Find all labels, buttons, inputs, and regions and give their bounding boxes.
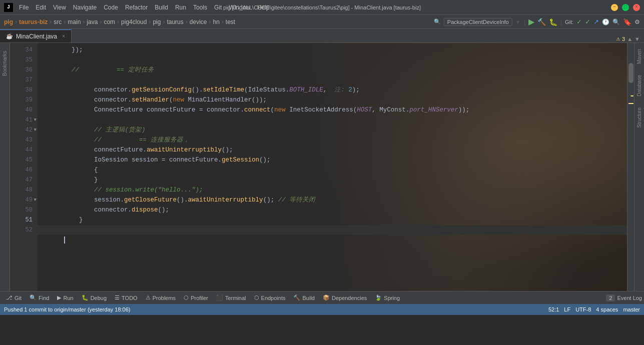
tab-todo[interactable]: ☰ TODO bbox=[111, 292, 142, 304]
code-line-51: } bbox=[38, 215, 627, 225]
event-log-label[interactable]: Event Log bbox=[617, 295, 642, 301]
debug-icon[interactable]: 🐛 bbox=[549, 18, 557, 26]
history-icon[interactable]: 🕐 bbox=[602, 18, 609, 26]
dropdown-arrow-icon[interactable]: ▼ bbox=[515, 19, 521, 25]
search-icon2[interactable]: 🔍 bbox=[612, 18, 620, 26]
tab-problems[interactable]: ⚠ Problems bbox=[142, 292, 180, 304]
file-encoding[interactable]: UTF-8 bbox=[575, 306, 591, 312]
todo-tab-label: TODO bbox=[122, 295, 138, 301]
breadcrumb-hn[interactable]: hn bbox=[213, 18, 219, 26]
database-panel-label[interactable]: Database bbox=[636, 71, 642, 100]
tab-git[interactable]: ⎇ Git bbox=[2, 292, 26, 304]
breadcrumb-main[interactable]: main bbox=[68, 18, 81, 26]
tab-endpoints[interactable]: ⬡ Endpoints bbox=[250, 292, 290, 304]
breadcrumb-device[interactable]: device bbox=[190, 18, 207, 26]
tab-debug[interactable]: 🐛 Debug bbox=[78, 292, 111, 304]
breadcrumb-java[interactable]: java bbox=[87, 18, 98, 26]
terminal-tab-icon: ⬛ bbox=[216, 294, 223, 301]
tab-close-icon[interactable]: × bbox=[62, 34, 65, 39]
scrollbar-area[interactable]: ▬ bbox=[627, 43, 634, 291]
divider1: | bbox=[524, 18, 525, 26]
line-37: 37 bbox=[10, 75, 33, 85]
debug-tab-label: Debug bbox=[91, 295, 107, 301]
maven-panel-label[interactable]: Maven bbox=[636, 45, 642, 68]
package-client-device-info-button[interactable]: PackageClientDeviceInfo bbox=[444, 18, 512, 26]
build-icon[interactable]: 🔨 bbox=[537, 18, 546, 26]
code-line-37: connector.getSessionConfig().setIdleTime… bbox=[38, 75, 627, 85]
line-43: 43 bbox=[10, 135, 33, 145]
git-check2-icon[interactable]: ✓ bbox=[585, 18, 590, 26]
problems-tab-icon: ⚠ bbox=[146, 294, 151, 301]
right-panel: Maven Database Structure bbox=[634, 43, 644, 291]
git-label: Git: bbox=[565, 19, 573, 25]
line-numbers: 34 35 36 37 38 39 40 41▼ 42▼ 43 44 45 46… bbox=[10, 43, 38, 291]
tab-find[interactable]: 🔍 Find bbox=[26, 292, 53, 304]
menu-code[interactable]: Code bbox=[101, 3, 121, 12]
tab-terminal[interactable]: ⬛ Terminal bbox=[212, 292, 250, 304]
structure-panel-label[interactable]: Structure bbox=[636, 104, 642, 132]
indent-setting[interactable]: 4 spaces bbox=[596, 306, 618, 312]
settings-icon[interactable]: ⚙ bbox=[634, 18, 640, 26]
code-line-39: ConnectFuture connectFuture = connector.… bbox=[38, 95, 627, 105]
tab-mina-client[interactable]: ☕ MinaClient.java × bbox=[0, 30, 72, 42]
line-ending[interactable]: LF bbox=[564, 306, 570, 312]
terminal-tab-label: Terminal bbox=[225, 295, 246, 301]
code-content[interactable]: }); // == 定时任务 connector.getSessionConfi… bbox=[38, 43, 627, 291]
menu-navigate[interactable]: Navigate bbox=[70, 3, 100, 12]
code-line-35 bbox=[38, 55, 627, 65]
close-button[interactable]: × bbox=[633, 4, 640, 11]
problems-tab-label: Problems bbox=[153, 295, 176, 301]
menu-edit[interactable]: Edit bbox=[33, 3, 49, 12]
menu-run[interactable]: Run bbox=[172, 3, 189, 12]
bookmarks-panel-label[interactable]: Bookmarks bbox=[2, 47, 8, 80]
tab-build[interactable]: 🔨 Build bbox=[289, 292, 318, 304]
git-check1-icon[interactable]: ✓ bbox=[576, 18, 582, 26]
tab-bar: ☕ MinaClient.java × ⚠ 3 ▲ ▼ bbox=[0, 29, 644, 43]
line-46: 46 bbox=[10, 165, 33, 175]
menu-build[interactable]: Build bbox=[152, 3, 171, 12]
endpoints-tab-icon: ⬡ bbox=[254, 294, 259, 301]
line-38: 38 bbox=[10, 85, 33, 95]
run-button[interactable]: ▶ bbox=[528, 17, 534, 26]
code-line-36: // == 定时任务 bbox=[38, 65, 627, 75]
tab-dependencies[interactable]: 📦 Dependencies bbox=[319, 292, 371, 304]
menu-refactor[interactable]: Refactor bbox=[122, 3, 151, 12]
spring-tab-label: Spring bbox=[384, 295, 400, 301]
menu-tools[interactable]: Tools bbox=[190, 3, 210, 12]
menu-view[interactable]: View bbox=[50, 3, 69, 12]
title-bar: J File Edit View Navigate Code Refactor … bbox=[0, 0, 644, 15]
line-51: 51 bbox=[10, 215, 33, 225]
tab-run[interactable]: ▶ Run bbox=[53, 292, 77, 304]
line-47: 47 bbox=[10, 175, 33, 185]
tab-profiler[interactable]: ⬡ Profiler bbox=[180, 292, 212, 304]
breadcrumb-taurus[interactable]: taurus bbox=[167, 18, 183, 26]
maximize-button[interactable]: □ bbox=[622, 4, 629, 11]
line-48: 48 bbox=[10, 185, 33, 195]
git-push-icon[interactable]: ↗ bbox=[593, 18, 599, 26]
java-file-icon: ☕ bbox=[6, 33, 13, 40]
scrollbar-thumb[interactable] bbox=[628, 63, 633, 83]
breadcrumb-pig[interactable]: pig bbox=[4, 18, 13, 26]
line-34: 34 bbox=[10, 45, 33, 55]
minimize-button[interactable]: − bbox=[611, 4, 618, 11]
git-branch[interactable]: master bbox=[623, 306, 640, 312]
warning-down-button[interactable]: ▼ bbox=[634, 36, 640, 42]
breadcrumb-pig2[interactable]: pig bbox=[153, 18, 161, 26]
breadcrumb-pig4cloud[interactable]: pig4cloud bbox=[121, 18, 147, 26]
warning-up-button[interactable]: ▲ bbox=[627, 36, 632, 42]
code-line-44: IoSession session = connectFuture.getSes… bbox=[38, 145, 627, 155]
warning-indicator: ▬ bbox=[631, 93, 633, 98]
breadcrumb-src[interactable]: src bbox=[54, 18, 62, 26]
code-line-50: } bbox=[38, 205, 627, 215]
code-line-42: // == 连接服务器， bbox=[38, 125, 627, 135]
breadcrumb-com[interactable]: com bbox=[104, 18, 115, 26]
breadcrumb-taurus-biz[interactable]: taurus-biz bbox=[19, 18, 48, 26]
cursor-position[interactable]: 52:1 bbox=[548, 306, 559, 312]
breadcrumb-test[interactable]: test bbox=[226, 18, 235, 26]
profiler-tab-label: Profiler bbox=[191, 295, 208, 301]
menu-file[interactable]: File bbox=[16, 3, 32, 12]
tab-spring[interactable]: 🍃 Spring bbox=[371, 292, 404, 304]
bookmark-icon[interactable]: 🔖 bbox=[623, 18, 631, 26]
spring-tab-icon: 🍃 bbox=[375, 294, 382, 301]
git-push-status: Pushed 1 commit to origin/master (yester… bbox=[4, 306, 131, 312]
